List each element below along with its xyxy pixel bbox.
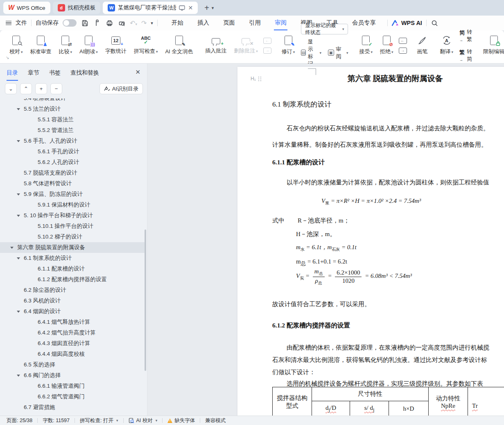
nav-tab-书签[interactable]: 书签	[49, 69, 61, 81]
quickbar-more-chevron-icon[interactable]: ▾	[151, 20, 153, 26]
toc-item[interactable]: 5.10.2 梯子的设计	[0, 232, 145, 242]
previous-comment-icon[interactable]: ←	[263, 38, 271, 44]
toc-item[interactable]: 6.6.2 烟气管道阀门	[0, 391, 145, 402]
missing-font-warning[interactable]: 缺失字体	[167, 417, 195, 424]
toc-item[interactable]: 5.5.1 容器法兰	[0, 114, 145, 125]
toc-item[interactable]: 5.9 保温、防冻层的设计	[0, 189, 145, 200]
close-tab-icon[interactable]: ✕	[188, 5, 193, 11]
page-indicator[interactable]: 页面: 25/38	[7, 417, 32, 424]
print-icon[interactable]	[105, 19, 113, 27]
track-changes-button[interactable]: ✎ 修订▾	[278, 36, 299, 55]
menu-tab-页面[interactable]: 页面	[222, 16, 236, 30]
redo-button[interactable]: ↷	[141, 19, 147, 27]
standard-review-button[interactable]: ♟ 标准审查	[27, 36, 55, 55]
autosave-toggle[interactable]	[63, 19, 77, 27]
nav-tab-章节[interactable]: 章节	[28, 69, 39, 81]
proofread-button[interactable]: 校对▾	[6, 36, 27, 55]
toc-item[interactable]: 5.6.1 手孔的设计	[0, 146, 145, 157]
expand-arrow-icon[interactable]	[17, 140, 20, 142]
nav-tab-目录[interactable]: 目录	[7, 69, 18, 81]
save-icon[interactable]	[81, 19, 89, 27]
toc-item[interactable]: 5.5.2 管道法兰	[0, 125, 145, 136]
close-pane-icon[interactable]: ✕	[135, 68, 140, 76]
word-count-indicator[interactable]: 字数: 11597	[43, 417, 70, 424]
expand-arrow-icon[interactable]	[17, 257, 20, 259]
print-preview-icon[interactable]	[118, 19, 126, 27]
restrict-editing-button[interactable]: 限制编辑	[479, 36, 504, 55]
expand-arrow-icon[interactable]	[17, 311, 20, 313]
tab-docer-templates[interactable]: d 找稻壳模板	[53, 2, 101, 14]
drag-handle-icon[interactable]	[258, 77, 261, 81]
translate-button[interactable]: A 翻译▾	[436, 36, 457, 55]
toc-item[interactable]: 6.1.2 配浆槽内搅拌器的设置	[0, 274, 145, 285]
traditional-to-simplified-button[interactable]: 繁→ 转简	[459, 48, 472, 63]
share-screen-icon[interactable]	[179, 5, 185, 11]
search-icon[interactable]	[431, 19, 439, 27]
reject-change-button[interactable]: ⊘ 拒绝▾	[376, 36, 397, 55]
toc-item[interactable]: 6.3 风机的设计	[0, 295, 145, 306]
toc-item[interactable]: 6.4.1 烟气释放热计算	[0, 317, 145, 327]
file-menu[interactable]: 文件	[16, 19, 27, 27]
expand-all-button[interactable]: ⌃	[20, 83, 32, 94]
new-tab-button[interactable]: +	[204, 3, 209, 13]
toc-item[interactable]: 6.1.1 配浆槽的设计	[0, 264, 145, 274]
heading-level-marker[interactable]: H₁	[251, 76, 261, 82]
menu-tab-审阅[interactable]: 审阅	[274, 16, 287, 30]
expand-arrow-icon[interactable]	[17, 108, 20, 110]
compare-button[interactable]: ⇄ 比较▾	[55, 36, 76, 55]
toc-item[interactable]: 6.4.3 烟囱直径的计算	[0, 338, 145, 349]
toc-item[interactable]: 5.10.1 操作平台的设计	[0, 221, 145, 232]
tab-document[interactable]: W 某燃煤电厂喷雾干燥法脱硫系 ✕	[103, 2, 198, 14]
toc-item[interactable]: 6.4.4 烟囱高度校核	[0, 349, 145, 359]
next-change-icon[interactable]: →	[399, 48, 407, 54]
next-comment-icon[interactable]: →	[263, 48, 271, 54]
previous-change-icon[interactable]: ←	[399, 38, 407, 44]
spellcheck-status[interactable]: 拼写检查: 打开▾	[80, 417, 118, 424]
simplified-to-traditional-button[interactable]: 简→ 转繁	[459, 28, 472, 43]
markup-state-dropdown[interactable]: 显示标记的最终状态▾	[301, 24, 348, 34]
toc-item[interactable]: 第六章 脱硫装置的附属设备	[0, 242, 145, 253]
undo-button[interactable]: ↶▾	[130, 19, 137, 27]
toc-item[interactable]: 5.7 脱硫塔支座的设计	[0, 168, 145, 178]
show-markup-button[interactable]: ▤ 显示标记▾	[301, 38, 321, 68]
toc-item[interactable]: 6.4.2 烟气抬升高度计算	[0, 327, 145, 338]
toc-item[interactable]: 6.5 泵的选择	[0, 359, 145, 370]
compatibility-mode-indicator[interactable]: 兼容模式	[205, 417, 226, 424]
pen-button[interactable]: 画笔	[414, 36, 432, 55]
toc-item[interactable]: 5.6.2 人孔的设计	[0, 157, 145, 168]
toc-item[interactable]: 5.8 气体进料管设计	[0, 178, 145, 189]
spell-check-button[interactable]: ABC✓ 拼写检查▾	[130, 36, 162, 55]
zoom-in-outline-button[interactable]: +	[35, 83, 47, 94]
toc-item[interactable]: 6.1 制浆系统的设计	[0, 253, 145, 264]
accept-change-button[interactable]: ✓ 接受▾	[355, 36, 376, 55]
ai-read-aloud-button[interactable]: ))) AI朗读▾	[76, 36, 102, 55]
export-pdf-icon[interactable]	[93, 19, 101, 27]
collapse-all-button[interactable]: ⌄	[5, 83, 17, 94]
expand-arrow-icon[interactable]	[17, 193, 20, 195]
expand-arrow-icon[interactable]	[10, 247, 14, 249]
menu-tab-插入[interactable]: 插入	[197, 16, 210, 30]
zoom-out-outline-button[interactable]: −	[50, 83, 62, 94]
hamburger-menu-icon[interactable]	[6, 20, 11, 27]
toc-item[interactable]: 5.5 法兰的设计	[0, 104, 145, 114]
ai-polish-button[interactable]: ✎ AI 全文润色	[161, 36, 197, 55]
tab-wps-office[interactable]: W WPS Office	[3, 2, 50, 14]
expand-arrow-icon[interactable]	[17, 215, 20, 217]
group-expand-icon[interactable]: ↘	[6, 55, 9, 60]
toc-item[interactable]: 6.6.1 输液管道阀门	[0, 381, 145, 391]
sidebar-scrollbar[interactable]	[145, 230, 146, 371]
toc-item[interactable]: 5.6 手孔、人孔的设计	[0, 136, 145, 146]
toc-item[interactable]: 6.7 避雷措施	[0, 402, 145, 413]
toc-item[interactable]: 5. 10 操作平台和梯子的设计	[0, 210, 145, 221]
menu-tab-开始[interactable]: 开始	[171, 16, 184, 30]
toc-item[interactable]: 5.4 喷淋装置设计	[0, 98, 145, 104]
menu-tab-引用[interactable]: 引用	[248, 16, 262, 30]
ai-recognize-toc-button[interactable]: AI识别目录	[99, 83, 143, 94]
toc-item[interactable]: 5.9.1 保温材料的设计	[0, 200, 145, 210]
wps-ai-button[interactable]: WPS AI	[392, 20, 422, 26]
toc-item[interactable]: 6.6 阀门的选择	[0, 370, 145, 381]
document-area[interactable]: H₁ 第六章 脱硫装置的附属设备 6.1 制浆系统的设计 石灰仓内的粉状石灰经螺…	[148, 64, 504, 416]
review-pane-button[interactable]: ▣ 审阅▾	[328, 38, 348, 68]
document-page[interactable]: H₁ 第六章 脱硫装置的附属设备 6.1 制浆系统的设计 石灰仓内的粉状石灰经螺…	[237, 67, 504, 416]
word-count-button[interactable]: 12+ 字数统计	[102, 36, 130, 55]
